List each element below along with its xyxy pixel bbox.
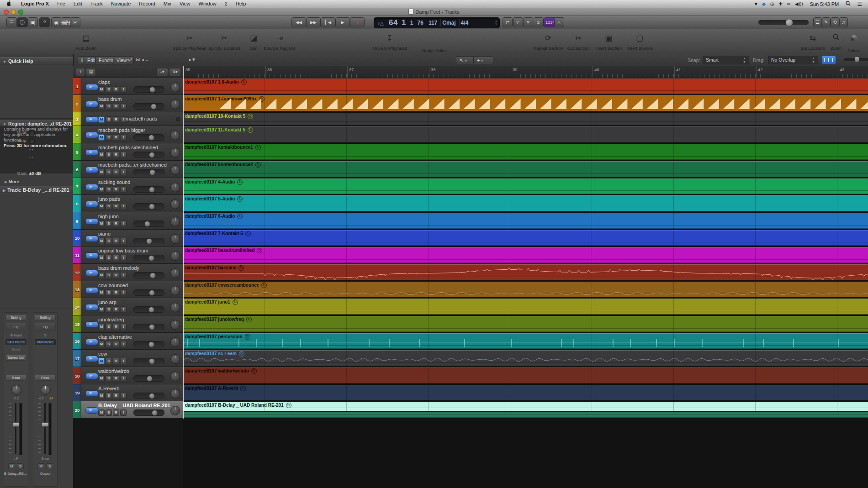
auto-zoom-toolbar-button[interactable]: ▤Auto Zoom <box>75 32 96 51</box>
track-volume-knob[interactable] <box>150 273 156 278</box>
automation-icon[interactable]: •↗ <box>126 56 134 63</box>
input-monitor-button[interactable]: I <box>120 169 127 175</box>
track-pan-knob[interactable] <box>170 251 180 261</box>
region-14[interactable]: dampfeed0107 juno1↻ <box>183 299 868 315</box>
mute-button[interactable]: M <box>98 134 105 141</box>
input-monitor-button[interactable]: I <box>120 393 127 399</box>
region-2[interactable]: dampfeed0107 1-tunedown909fix↻ <box>183 95 868 111</box>
track-name[interactable]: B-Delay _ UAD Roland RE-201 <box>98 403 170 408</box>
record-enable-button[interactable]: R <box>113 238 119 244</box>
loop-checkbox[interactable] <box>29 138 35 144</box>
strip-pan-knob[interactable] <box>41 385 51 395</box>
track-volume-knob[interactable] <box>148 341 154 347</box>
strip-io-label[interactable]: ⊙ Input <box>4 333 28 337</box>
toolbox-button[interactable]: ◉ <box>51 17 62 27</box>
track-pan-knob[interactable] <box>170 234 180 244</box>
region-sub-lane[interactable] <box>183 412 868 418</box>
mute-button[interactable]: M <box>98 358 105 364</box>
region-more-toggle[interactable]: ▶ More <box>5 179 78 186</box>
region-1[interactable]: dampfeed0107 1 8-Audio↻ <box>183 79 868 94</box>
solo-button[interactable]: S <box>106 169 112 175</box>
mute-button[interactable]: M <box>98 116 105 123</box>
strip-pan-knob[interactable] <box>11 385 21 395</box>
record-enable-button[interactable]: R <box>113 341 119 347</box>
mute-button[interactable]: M <box>98 186 105 193</box>
menu-item-help[interactable]: Help <box>232 0 250 8</box>
mute-button[interactable]: M <box>98 169 105 175</box>
master-mute-button[interactable]: ✕ <box>523 17 533 27</box>
mute-button[interactable]: M <box>98 272 105 278</box>
track-pan-knob[interactable] <box>170 372 180 381</box>
track-volume-knob[interactable] <box>148 135 154 141</box>
track-name[interactable]: bass drum melody <box>98 265 139 271</box>
track-pan-knob[interactable] <box>170 320 180 330</box>
record-enable-button[interactable]: R <box>113 186 119 193</box>
lcd-time-signature[interactable]: 4/4 <box>461 20 469 26</box>
menu-app-name[interactable]: Logic Pro X <box>17 0 53 8</box>
solo-button[interactable]: S <box>106 152 112 158</box>
mute-button[interactable]: M <box>98 324 105 330</box>
uad-icon[interactable]: ◆ <box>760 1 768 6</box>
track-header-5[interactable]: 5MSRImacbeth pads sidechained <box>73 143 183 161</box>
lcd-display[interactable]: ♪△ 64 1 1 76 117 Cmaj 4/4 ▲▼ <box>374 17 500 28</box>
strip-plugin-slot[interactable]: UAD Precisi <box>5 339 26 345</box>
region-15[interactable]: dampfeed0107 junolowfreq↻ <box>183 316 868 332</box>
track-header-19[interactable]: 19MSRIA-Reverb <box>73 384 183 401</box>
menu-item-record[interactable]: Record <box>135 0 159 8</box>
region-12[interactable]: dampfeed0107 bassline↻ <box>183 264 868 280</box>
add-track-button[interactable]: + <box>76 68 85 76</box>
track-volume-slider[interactable] <box>133 255 164 261</box>
input-monitor-button[interactable]: I <box>120 103 127 110</box>
solo-button[interactable]: S <box>106 255 112 261</box>
track-header-11[interactable]: 11MSRIoriginal low bass drum <box>73 247 183 264</box>
strip-aux-label[interactable]: Bnce <box>33 457 57 460</box>
region-18[interactable]: dampfeed0107 waldorfweirdo↻ <box>183 367 868 383</box>
track-name[interactable]: macbeth pads...er sidechained <box>98 162 167 168</box>
vertical-zoom-knob[interactable] <box>855 57 859 62</box>
record-enable-button[interactable]: R <box>113 289 119 296</box>
region-19[interactable]: dampfeed0107 A-Reverb↻ <box>183 385 868 400</box>
lcd-beat[interactable]: 1 <box>402 18 406 27</box>
region-11[interactable]: dampfeed0107 bassdrumlimited↻ <box>183 247 868 263</box>
bar-ruler[interactable]: 353637383940414243 <box>183 66 868 78</box>
lcd-bar[interactable]: 64 <box>389 18 398 27</box>
track-name[interactable]: claps <box>98 79 110 85</box>
smart-controls-button[interactable]: ▣ <box>27 17 38 27</box>
track-volume-slider[interactable] <box>133 103 164 110</box>
apple-loops-button[interactable]: ⟲ <box>831 17 839 27</box>
track-volume-slider[interactable] <box>133 409 164 416</box>
track-volume-slider[interactable] <box>133 86 164 93</box>
solo-button[interactable]: S <box>106 341 112 347</box>
mute-button[interactable]: M <box>98 341 105 347</box>
browsers-button[interactable]: ♫ <box>839 17 848 27</box>
track-volume-slider[interactable] <box>133 324 164 330</box>
master-volume-slider[interactable] <box>758 20 809 25</box>
track-name[interactable]: macbeth pads bigger <box>98 127 145 133</box>
strip-solo-button[interactable]: S <box>46 463 53 469</box>
region-5[interactable]: dampfeed0107 kontaktbounce1↻ <box>183 144 868 160</box>
track-name[interactable]: bass drum <box>98 96 122 102</box>
forward-button[interactable]: ▶▶ <box>306 17 321 27</box>
input-monitor-button[interactable]: I <box>120 289 127 296</box>
solo-button[interactable]: S <box>106 289 112 296</box>
snap-dropdown[interactable]: Smart▲▼ <box>703 56 749 64</box>
apple-menu-icon[interactable] <box>0 0 17 7</box>
input-monitor-button[interactable]: I <box>120 220 127 227</box>
record-enable-button[interactable]: R <box>113 220 119 227</box>
input-monitor-button[interactable]: I <box>120 186 127 193</box>
lcd-stepper-icon[interactable]: ▲▼ <box>495 20 498 26</box>
track-header-6[interactable]: 6MSRImacbeth pads...er sidechained <box>73 161 183 178</box>
quick-help-header[interactable]: ▼Quick Help <box>0 57 73 64</box>
colors-toolbar-button[interactable]: Colors <box>847 32 860 53</box>
region-filter-icon[interactable]: ▸▼ <box>189 56 196 63</box>
track-header-12[interactable]: 12MSRIbass drum melody <box>73 264 183 281</box>
track-header-8[interactable]: 8MSRIjuno pads <box>73 195 183 212</box>
strip-mute-button[interactable]: M <box>8 463 15 469</box>
note-pads-button[interactable]: ✎ <box>822 17 831 27</box>
strip-io-label[interactable]: ⊙ <box>33 333 57 337</box>
repeat-section-toolbar-button[interactable]: ⟳Repeat Section <box>534 32 563 51</box>
move-to-playhead-toolbar-button[interactable]: ↧Move to Playhead <box>372 32 407 51</box>
solo-button[interactable]: S <box>106 358 112 364</box>
solo-button[interactable]: S <box>106 306 112 313</box>
track-volume-knob[interactable] <box>147 376 153 382</box>
